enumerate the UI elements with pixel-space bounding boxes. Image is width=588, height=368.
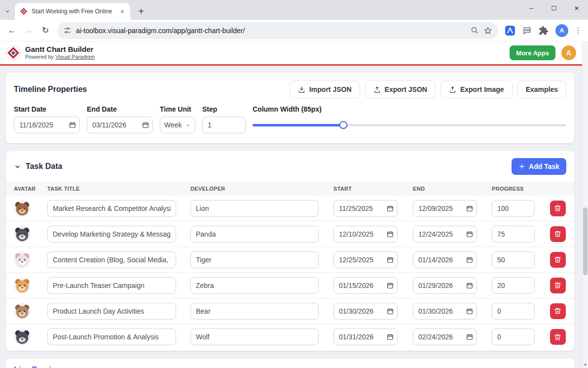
task-title-input[interactable] — [47, 303, 176, 320]
window-close-button[interactable]: ✕ — [565, 0, 588, 17]
task-avatar — [14, 226, 31, 243]
delete-task-button[interactable] — [550, 201, 566, 216]
developer-input[interactable] — [190, 277, 319, 294]
browser-profile-avatar[interactable]: A — [555, 24, 568, 37]
back-button[interactable]: ← — [4, 23, 20, 39]
task-title-input[interactable] — [47, 226, 176, 243]
delete-task-button[interactable] — [550, 329, 566, 345]
time-unit-select[interactable]: Week — [160, 117, 195, 133]
task-table-body — [6, 196, 574, 350]
webpage: Gantt Chart Builder Powered by Visual Pa… — [0, 41, 588, 368]
task-table-header: AVATAR TASK TITLE DEVELOPER START END PR… — [6, 182, 574, 196]
browser-menu-icon[interactable]: ⋮ — [572, 23, 584, 39]
task-row — [6, 324, 574, 350]
progress-input[interactable] — [492, 251, 535, 268]
task-title-input[interactable] — [47, 251, 176, 268]
url-text[interactable]: ai-toolbox.visual-paradigm.com/app/gantt… — [76, 27, 466, 35]
column-width-slider-handle[interactable] — [339, 121, 347, 129]
import-json-button[interactable]: Import JSON — [290, 81, 360, 98]
tab-close-icon[interactable]: ✕ — [118, 7, 126, 15]
calendar-icon[interactable] — [387, 282, 394, 289]
progress-input[interactable] — [492, 200, 535, 217]
progress-input[interactable] — [492, 303, 535, 320]
window-minimize-button[interactable]: ─ — [520, 0, 543, 17]
developer-input[interactable] — [190, 200, 319, 217]
export-icon — [373, 86, 381, 93]
task-avatar — [14, 303, 31, 320]
live-preview-card: Live Preview — [6, 359, 574, 368]
column-width-label: Column Width (85px) — [253, 105, 566, 113]
developer-input[interactable] — [190, 303, 319, 320]
calendar-icon[interactable] — [466, 282, 473, 289]
browser-tab[interactable]: Start Working with Free Online ✕ — [15, 3, 130, 20]
delete-task-button[interactable] — [550, 278, 566, 293]
calendar-icon[interactable] — [387, 205, 394, 212]
page-scrollbar[interactable]: ▼ — [582, 41, 588, 368]
bookmark-star-icon[interactable] — [483, 26, 492, 35]
blue-extension-icon[interactable] — [502, 23, 518, 39]
export-image-button[interactable]: Export Image — [441, 81, 513, 98]
developer-input[interactable] — [190, 226, 319, 243]
add-task-button[interactable]: Add Task — [512, 158, 566, 175]
calendar-icon[interactable] — [387, 308, 394, 315]
import-icon — [298, 86, 305, 93]
new-tab-button[interactable]: + — [134, 4, 148, 18]
col-task-title: TASK TITLE — [47, 186, 190, 192]
collapse-chevron-icon[interactable] — [14, 163, 21, 170]
column-width-slider[interactable] — [253, 124, 566, 126]
reload-button[interactable]: ↻ — [37, 23, 53, 39]
progress-input[interactable] — [492, 277, 535, 294]
task-row — [6, 273, 574, 298]
app-user-avatar[interactable]: A — [561, 45, 576, 60]
progress-input[interactable] — [492, 328, 535, 345]
developer-input[interactable] — [190, 251, 319, 268]
examples-button[interactable]: Examples — [517, 81, 566, 98]
zoom-icon[interactable] — [471, 26, 479, 35]
address-bar[interactable]: ai-toolbox.visual-paradigm.com/app/gantt… — [57, 22, 498, 39]
task-title-input[interactable] — [47, 200, 176, 217]
browser-toolbar: ← → ↻ ai-toolbox.visual-paradigm.com/app… — [0, 20, 588, 41]
task-row — [6, 221, 574, 247]
task-title-input[interactable] — [47, 277, 176, 294]
site-settings-icon[interactable] — [63, 26, 72, 35]
tab-search-chevron-icon[interactable] — [0, 3, 15, 20]
chat-extension-icon[interactable] — [519, 23, 535, 39]
task-row — [6, 298, 574, 324]
delete-task-button[interactable] — [550, 226, 566, 242]
window-maximize-button[interactable]: ☐ — [543, 0, 565, 17]
forward-button[interactable]: → — [21, 23, 37, 39]
calendar-icon[interactable] — [466, 231, 473, 238]
developer-input[interactable] — [190, 328, 319, 345]
step-input[interactable] — [202, 117, 246, 133]
export-json-button[interactable]: Export JSON — [365, 81, 436, 98]
end-date-label: End Date — [87, 105, 153, 113]
col-start: START — [333, 186, 413, 192]
delete-task-button[interactable] — [550, 303, 566, 319]
calendar-icon[interactable] — [466, 333, 473, 340]
trash-icon — [554, 307, 561, 315]
visual-paradigm-link[interactable]: Visual Paradigm — [55, 54, 95, 60]
powered-by: Powered by Visual Paradigm — [25, 54, 95, 60]
task-title-input[interactable] — [47, 328, 176, 345]
calendar-icon[interactable] — [142, 122, 149, 128]
calendar-icon[interactable] — [387, 333, 394, 340]
tab-title: Start Working with Free Online — [32, 8, 114, 15]
calendar-icon[interactable] — [466, 308, 473, 315]
app-header: Gantt Chart Builder Powered by Visual Pa… — [0, 41, 582, 64]
more-apps-button[interactable]: More Apps — [510, 45, 555, 60]
scrollbar-down-arrow[interactable]: ▼ — [583, 362, 588, 368]
progress-input[interactable] — [492, 226, 535, 243]
trash-icon — [554, 204, 561, 212]
calendar-icon[interactable] — [466, 205, 473, 212]
task-data-card: Task Data Add Task AVATAR TASK TITLE DEV… — [6, 151, 574, 351]
extensions-puzzle-icon[interactable] — [536, 23, 551, 39]
trash-icon — [554, 282, 561, 289]
delete-task-button[interactable] — [550, 252, 566, 268]
calendar-icon[interactable] — [69, 122, 76, 128]
col-end: END — [413, 186, 492, 192]
task-row — [6, 247, 574, 273]
scrollbar-thumb[interactable] — [583, 207, 588, 275]
calendar-icon[interactable] — [387, 256, 394, 263]
calendar-icon[interactable] — [387, 231, 394, 238]
calendar-icon[interactable] — [466, 256, 473, 263]
